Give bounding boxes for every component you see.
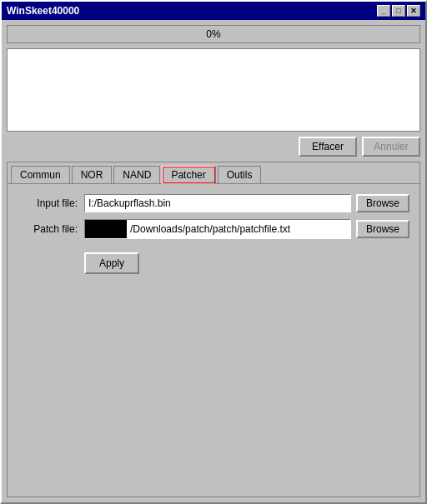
patch-file-wrapper	[84, 219, 351, 239]
log-area	[7, 48, 420, 132]
maximize-button[interactable]: □	[392, 5, 405, 17]
input-file-label: Input file:	[18, 197, 84, 209]
patch-file-row: Patch file: Browse	[18, 219, 409, 239]
title-bar-buttons: _ □ ✕	[377, 5, 420, 17]
input-file-row: Input file: Browse	[18, 194, 409, 212]
progress-bar-container: 0%	[7, 25, 420, 43]
tab-nor[interactable]: NOR	[72, 166, 113, 183]
progress-label: 0%	[206, 28, 220, 40]
patch-file-browse-button[interactable]: Browse	[356, 220, 409, 238]
window-title: WinSkeet40000	[7, 5, 79, 17]
main-window: WinSkeet40000 _ □ ✕ 0% Effacer Annuler C…	[0, 0, 427, 504]
patch-file-label: Patch file:	[18, 223, 84, 235]
apply-button[interactable]: Apply	[84, 252, 139, 274]
window-content: 0% Effacer Annuler Commun NOR NAND Patch…	[2, 20, 425, 502]
tab-nand[interactable]: NAND	[113, 166, 160, 183]
minimize-button[interactable]: _	[377, 5, 390, 17]
input-file-field[interactable]	[84, 194, 351, 212]
tab-patcher[interactable]: Patcher	[162, 166, 215, 184]
annuler-button[interactable]: Annuler	[362, 137, 420, 157]
tab-bar: Commun NOR NAND Patcher Outils	[8, 162, 419, 183]
tabs-container: Commun NOR NAND Patcher Outils Input fil…	[7, 162, 420, 497]
patch-file-prefix	[85, 220, 127, 238]
tab-outils[interactable]: Outils	[218, 166, 262, 183]
input-file-browse-button[interactable]: Browse	[356, 194, 409, 212]
title-bar: WinSkeet40000 _ □ ✕	[2, 2, 425, 20]
close-button[interactable]: ✕	[407, 5, 420, 17]
action-buttons: Effacer Annuler	[7, 137, 420, 157]
patch-file-field[interactable]	[127, 220, 350, 238]
effacer-button[interactable]: Effacer	[299, 137, 357, 157]
tab-commun[interactable]: Commun	[11, 166, 70, 183]
patcher-tab-content: Input file: Browse Patch file: Browse Ap…	[8, 183, 419, 497]
apply-row: Apply	[18, 246, 409, 274]
